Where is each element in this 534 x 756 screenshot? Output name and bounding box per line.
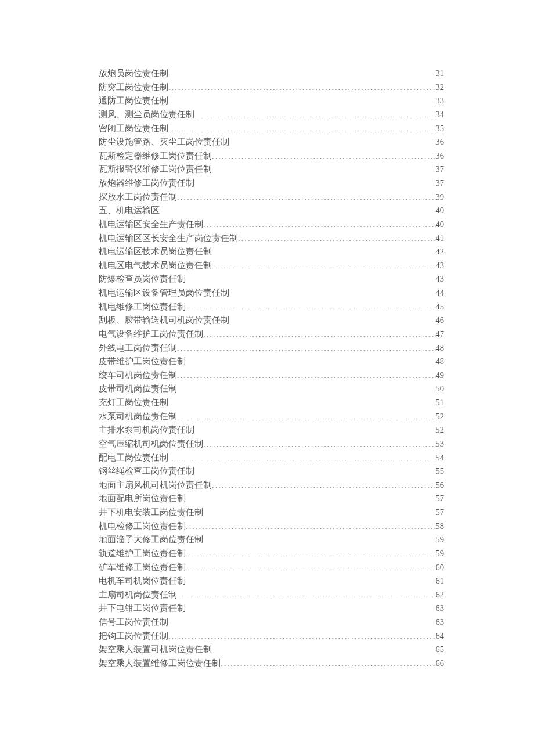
toc-entry: 井下机电安装工岗位责任制57 [99,506,444,520]
toc-entry-page: 46 [436,314,445,327]
toc-entry-title: 测风、测尘员岗位责任制 [99,108,194,122]
toc-dot-leader [203,507,436,516]
toc-entry: 测风、测尘员岗位责任制34 [99,108,444,122]
toc-entry-title: 探放水工岗位责任制 [99,190,177,204]
toc-entry-page: 57 [436,506,445,520]
toc-dot-leader [212,150,436,159]
toc-entry-page: 40 [436,204,445,218]
toc-entry: 放炮器维修工岗位责任制37 [99,177,444,190]
toc-entry-page: 65 [436,643,445,657]
toc-entry: 探放水工岗位责任制39 [99,190,444,204]
toc-entry-title: 主扇司机岗位责任制 [99,588,177,602]
toc-entry-page: 52 [436,410,445,424]
toc-entry-page: 43 [436,259,445,273]
toc-entry-page: 44 [436,286,445,300]
toc-entry-title: 五、机电运输区 [99,204,160,218]
toc-entry: 水泵司机岗位责任制52 [99,410,444,424]
toc-dot-leader [186,356,436,365]
toc-dot-leader [186,273,436,282]
toc-entry-title: 机电检修工岗位责任制 [99,520,186,534]
toc-entry-title: 配电工岗位责任制 [99,451,168,465]
toc-dot-leader [194,424,436,433]
toc-dot-leader [203,438,436,447]
toc-dot-leader [186,575,436,584]
toc-entry: 机电检修工岗位责任制58 [99,520,444,534]
toc-dot-leader [194,109,436,117]
toc-entry-title: 地面溜子大修工岗位责任制 [99,533,203,547]
toc-entry-page: 61 [436,574,445,588]
toc-entry-page: 58 [436,520,445,534]
toc-entry: 轨道维护工岗位责任制59 [99,547,444,561]
toc-entry-title: 防尘设施管路、灭尘工岗位责任制 [99,135,229,149]
toc-dot-leader [168,123,436,131]
toc-dot-leader [168,95,436,104]
toc-entry: 瓦斯检定器维修工岗位责任制36 [99,149,444,163]
toc-entry-page: 55 [436,465,445,478]
toc-entry: 地面主扇风机司机岗位责任制56 [99,478,444,492]
toc-entry: 防爆检查员岗位责任制43 [99,272,444,286]
toc-dot-leader [186,493,436,502]
toc-entry-page: 40 [436,218,445,232]
toc-entry: 井下电钳工岗位责任制63 [99,602,444,615]
toc-entry: 架空乘人装置维修工岗位责任制66 [99,657,444,671]
toc-entry-title: 绞车司机岗位责任制 [99,369,177,383]
toc-entry: 放炮员岗位责任制31 [99,67,444,81]
toc-entry-page: 33 [436,94,445,108]
toc-dot-leader [212,644,436,653]
toc-dot-leader [168,630,436,639]
toc-entry: 刮板、胶带输送机司机岗位责任制46 [99,314,444,327]
toc-dot-leader [212,479,436,488]
toc-dot-leader [177,191,436,200]
toc-entry-page: 43 [436,272,445,286]
toc-entry-page: 31 [436,67,445,81]
toc-entry-title: 机电运输区安全生产责任制 [99,218,203,232]
toc-entry: 瓦斯报警仪维修工岗位责任制37 [99,163,444,177]
toc-entry: 主扇司机岗位责任制62 [99,588,444,602]
toc-entry-title: 机电运输区设备管理员岗位责任制 [99,286,229,300]
toc-entry: 皮带维护工岗位责任制48 [99,355,444,369]
toc-entry: 机电运输区技术员岗位责任制42 [99,245,444,259]
toc-dot-leader [168,81,436,90]
toc-entry-page: 53 [436,437,445,451]
toc-entry-title: 充灯工岗位责任制 [99,396,168,410]
toc-entry-title: 架空乘人装置司机岗位责任制 [99,643,212,657]
toc-entry-page: 41 [436,232,445,246]
toc-entry-title: 地面配电所岗位责任制 [99,492,186,506]
toc-entry-title: 防突工岗位责任制 [99,81,168,95]
toc-dot-leader [203,218,436,227]
toc-entry-page: 36 [436,135,445,149]
toc-entry: 机电区电气技术员岗位责任制43 [99,259,444,273]
toc-dot-leader [186,548,436,556]
toc-entry-title: 把钩工岗位责任制 [99,629,168,643]
toc-entry-page: 59 [436,547,445,561]
toc-dot-leader [229,315,436,323]
toc-dot-leader [186,520,436,529]
toc-entry: 地面溜子大修工岗位责任制59 [99,533,444,547]
toc-entry-title: 皮带司机岗位责任制 [99,382,177,396]
toc-entry: 机电运输区区长安全生产岗位责任制41 [99,232,444,246]
toc-entry-page: 50 [436,382,445,396]
toc-dot-leader [186,603,436,611]
toc-dot-leader [168,452,436,460]
toc-entry-title: 外线电工岗位责任制 [99,341,177,355]
toc-entry-page: 54 [436,451,445,465]
toc-entry: 机电运输区设备管理员岗位责任制44 [99,286,444,300]
toc-entry-title: 主排水泵司机岗位责任制 [99,423,194,437]
toc-entry: 充灯工岗位责任制51 [99,396,444,410]
toc-entry-title: 机电运输区区长安全生产岗位责任制 [99,232,238,246]
toc-entry-page: 42 [436,245,445,259]
toc-entry-page: 37 [436,177,445,190]
toc-entry-title: 架空乘人装置维修工岗位责任制 [99,657,221,671]
toc-entry: 把钩工岗位责任制64 [99,629,444,643]
table-of-contents: 放炮员岗位责任制31防突工岗位责任制32通防工岗位责任制33测风、测尘员岗位责任… [99,67,444,671]
toc-entry-page: 32 [436,81,445,95]
toc-dot-leader [194,466,436,474]
toc-entry: 密闭工岗位责任制35 [99,122,444,136]
toc-entry-page: 59 [436,533,445,547]
toc-entry-title: 井下机电安装工岗位责任制 [99,506,203,520]
toc-entry-page: 63 [436,602,445,615]
toc-entry-title: 井下电钳工岗位责任制 [99,602,186,615]
toc-dot-leader [177,369,436,378]
toc-entry-title: 地面主扇风机司机岗位责任制 [99,478,212,492]
toc-entry-title: 电气设备维护工岗位责任制 [99,327,203,341]
